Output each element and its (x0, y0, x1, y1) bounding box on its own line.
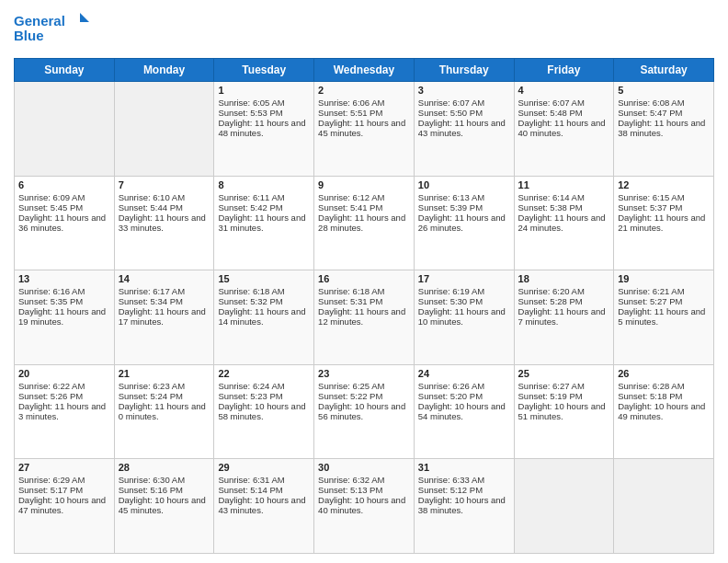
sunset-text: Sunset: 5:47 PM (618, 108, 710, 118)
sunset-text: Sunset: 5:48 PM (518, 108, 610, 118)
daylight-text: Daylight: 10 hours and 51 minutes. (518, 401, 610, 421)
daylight-text: Daylight: 11 hours and 33 minutes. (119, 213, 210, 233)
daylight-text: Daylight: 11 hours and 31 minutes. (218, 213, 310, 233)
sunset-text: Sunset: 5:38 PM (518, 202, 610, 213)
sunset-text: Sunset: 5:41 PM (318, 202, 410, 213)
sunset-text: Sunset: 5:35 PM (18, 296, 110, 306)
day-number: 24 (418, 368, 510, 379)
sunset-text: Sunset: 5:20 PM (418, 391, 510, 401)
calendar-cell (114, 82, 214, 177)
weekday-header: Monday (114, 59, 214, 82)
calendar-cell: 7Sunrise: 6:10 AMSunset: 5:44 PMDaylight… (114, 176, 214, 270)
sunrise-text: Sunrise: 6:23 AM (119, 381, 210, 391)
logo: General Blue (14, 9, 97, 51)
sunset-text: Sunset: 5:14 PM (218, 485, 310, 495)
calendar-table: SundayMondayTuesdayWednesdayThursdayFrid… (14, 58, 714, 554)
day-number: 27 (18, 462, 110, 473)
daylight-text: Daylight: 11 hours and 45 minutes. (318, 118, 410, 138)
sunset-text: Sunset: 5:18 PM (618, 391, 710, 401)
calendar-cell: 19Sunrise: 6:21 AMSunset: 5:27 PMDayligh… (614, 270, 714, 365)
sunrise-text: Sunrise: 6:06 AM (318, 98, 410, 108)
sunrise-text: Sunrise: 6:18 AM (218, 286, 310, 296)
sunset-text: Sunset: 5:32 PM (218, 296, 310, 306)
sunrise-text: Sunrise: 6:21 AM (618, 286, 710, 296)
sunset-text: Sunset: 5:45 PM (18, 202, 110, 213)
calendar-cell: 20Sunrise: 6:22 AMSunset: 5:26 PMDayligh… (15, 364, 115, 459)
calendar-cell: 31Sunrise: 6:33 AMSunset: 5:12 PMDayligh… (414, 459, 514, 554)
daylight-text: Daylight: 11 hours and 14 minutes. (218, 306, 310, 327)
sunrise-text: Sunrise: 6:09 AM (18, 192, 110, 202)
day-number: 15 (218, 273, 310, 284)
day-number: 11 (518, 179, 610, 190)
sunrise-text: Sunrise: 6:26 AM (418, 381, 510, 391)
sunrise-text: Sunrise: 6:25 AM (318, 381, 410, 391)
sunset-text: Sunset: 5:19 PM (518, 391, 610, 401)
daylight-text: Daylight: 11 hours and 38 minutes. (618, 118, 710, 138)
svg-text:Blue: Blue (14, 28, 44, 43)
daylight-text: Daylight: 11 hours and 40 minutes. (518, 118, 610, 138)
calendar-cell: 4Sunrise: 6:07 AMSunset: 5:48 PMDaylight… (514, 82, 614, 177)
sunrise-text: Sunrise: 6:27 AM (518, 381, 610, 391)
sunrise-text: Sunrise: 6:13 AM (418, 192, 510, 202)
calendar-cell: 8Sunrise: 6:11 AMSunset: 5:42 PMDaylight… (214, 176, 314, 270)
sunrise-text: Sunrise: 6:33 AM (418, 475, 510, 485)
sunset-text: Sunset: 5:12 PM (418, 485, 510, 495)
svg-marker-2 (80, 13, 89, 22)
daylight-text: Daylight: 10 hours and 47 minutes. (18, 495, 110, 515)
sunset-text: Sunset: 5:51 PM (318, 108, 410, 118)
calendar-cell: 10Sunrise: 6:13 AMSunset: 5:39 PMDayligh… (414, 176, 514, 270)
sunset-text: Sunset: 5:13 PM (318, 485, 410, 495)
daylight-text: Daylight: 10 hours and 58 minutes. (218, 401, 310, 421)
sunset-text: Sunset: 5:30 PM (418, 296, 510, 306)
calendar-week-row: 1Sunrise: 6:05 AMSunset: 5:53 PMDaylight… (15, 82, 714, 177)
daylight-text: Daylight: 10 hours and 45 minutes. (119, 495, 210, 515)
calendar-cell: 24Sunrise: 6:26 AMSunset: 5:20 PMDayligh… (414, 364, 514, 459)
daylight-text: Daylight: 11 hours and 43 minutes. (418, 118, 510, 138)
day-number: 12 (618, 179, 710, 190)
sunrise-text: Sunrise: 6:24 AM (218, 381, 310, 391)
daylight-text: Daylight: 11 hours and 26 minutes. (418, 213, 510, 233)
day-number: 19 (618, 273, 710, 284)
calendar-cell: 23Sunrise: 6:25 AMSunset: 5:22 PMDayligh… (314, 364, 415, 459)
sunrise-text: Sunrise: 6:20 AM (518, 286, 610, 296)
sunset-text: Sunset: 5:22 PM (318, 391, 410, 401)
sunrise-text: Sunrise: 6:30 AM (119, 475, 210, 485)
day-number: 23 (318, 368, 410, 379)
sunset-text: Sunset: 5:44 PM (119, 202, 210, 213)
weekday-header: Tuesday (214, 59, 314, 82)
sunset-text: Sunset: 5:42 PM (218, 202, 310, 213)
sunset-text: Sunset: 5:39 PM (418, 202, 510, 213)
daylight-text: Daylight: 10 hours and 49 minutes. (618, 401, 710, 421)
daylight-text: Daylight: 10 hours and 43 minutes. (218, 495, 310, 515)
calendar-cell: 27Sunrise: 6:29 AMSunset: 5:17 PMDayligh… (15, 459, 115, 554)
sunrise-text: Sunrise: 6:08 AM (618, 98, 710, 108)
sunrise-text: Sunrise: 6:22 AM (18, 381, 110, 391)
sunrise-text: Sunrise: 6:14 AM (518, 192, 610, 202)
calendar-cell: 6Sunrise: 6:09 AMSunset: 5:45 PMDaylight… (15, 176, 115, 270)
day-number: 30 (318, 462, 410, 473)
day-number: 21 (119, 368, 210, 379)
day-number: 3 (418, 85, 510, 96)
calendar-cell: 17Sunrise: 6:19 AMSunset: 5:30 PMDayligh… (414, 270, 514, 365)
day-number: 25 (518, 368, 610, 379)
calendar-cell: 25Sunrise: 6:27 AMSunset: 5:19 PMDayligh… (514, 364, 614, 459)
calendar-cell: 28Sunrise: 6:30 AMSunset: 5:16 PMDayligh… (114, 459, 214, 554)
daylight-text: Daylight: 10 hours and 38 minutes. (418, 495, 510, 515)
sunrise-text: Sunrise: 6:10 AM (119, 192, 210, 202)
daylight-text: Daylight: 11 hours and 24 minutes. (518, 213, 610, 233)
daylight-text: Daylight: 11 hours and 48 minutes. (218, 118, 310, 138)
daylight-text: Daylight: 11 hours and 0 minutes. (119, 401, 210, 421)
day-number: 10 (418, 179, 510, 190)
day-number: 28 (119, 462, 210, 473)
day-number: 16 (318, 273, 410, 284)
sunrise-text: Sunrise: 6:28 AM (618, 381, 710, 391)
calendar-cell: 5Sunrise: 6:08 AMSunset: 5:47 PMDaylight… (614, 82, 714, 177)
calendar-cell: 2Sunrise: 6:06 AMSunset: 5:51 PMDaylight… (314, 82, 415, 177)
calendar-cell: 11Sunrise: 6:14 AMSunset: 5:38 PMDayligh… (514, 176, 614, 270)
calendar-week-row: 6Sunrise: 6:09 AMSunset: 5:45 PMDaylight… (15, 176, 714, 270)
day-number: 20 (18, 368, 110, 379)
daylight-text: Daylight: 11 hours and 28 minutes. (318, 213, 410, 233)
weekday-row: SundayMondayTuesdayWednesdayThursdayFrid… (15, 59, 714, 82)
calendar-cell: 16Sunrise: 6:18 AMSunset: 5:31 PMDayligh… (314, 270, 415, 365)
weekday-header: Sunday (15, 59, 115, 82)
